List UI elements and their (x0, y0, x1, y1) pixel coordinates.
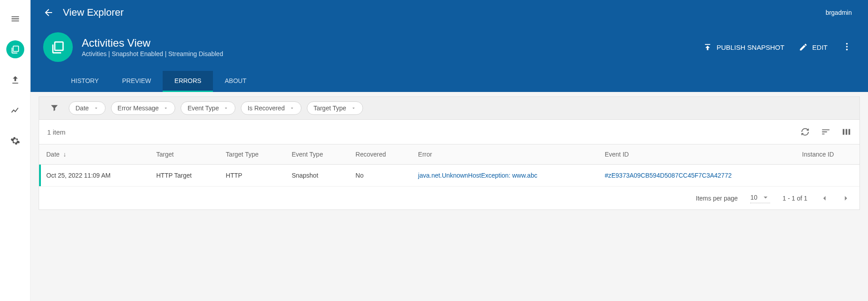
cell-target: HTTP Target (149, 165, 219, 187)
chevron-down-icon (223, 105, 229, 111)
table-row[interactable]: Oct 25, 2022 11:09 AM HTTP Target HTTP S… (39, 165, 859, 187)
pencil-icon (799, 43, 808, 52)
view-meta: Activities | Snapshot Enabled | Streamin… (82, 50, 703, 57)
section-title: View Explorer (63, 7, 826, 18)
tab-history[interactable]: HISTORY (59, 71, 111, 92)
views-icon[interactable] (6, 40, 24, 58)
col-date[interactable]: Date ↓ (39, 144, 149, 165)
more-menu-icon[interactable] (842, 42, 852, 53)
chip-label: Event Type (187, 105, 219, 112)
tab-about[interactable]: ABOUT (213, 71, 258, 92)
col-error[interactable]: Error (411, 144, 598, 165)
publish-snapshot-button[interactable]: PUBLISH SNAPSHOT (703, 43, 784, 52)
filter-icon[interactable] (50, 103, 59, 113)
col-instance-id[interactable]: Instance ID (795, 144, 859, 165)
filter-bar: Date Error Message Event Type Is Recover… (39, 96, 860, 119)
prev-page-icon[interactable] (820, 194, 829, 203)
cell-target-type: HTTP (219, 165, 285, 187)
view-name: Activities View (82, 37, 703, 49)
col-recovered[interactable]: Recovered (348, 144, 411, 165)
col-event-type[interactable]: Event Type (284, 144, 348, 165)
page-header: View Explorer brgadmin Activities View A… (31, 0, 868, 92)
tab-errors[interactable]: ERRORS (163, 71, 213, 92)
cell-instance-id (795, 165, 859, 187)
content-area: Date Error Message Event Type Is Recover… (31, 92, 868, 301)
row-status-indicator (39, 165, 41, 186)
chevron-down-icon (761, 193, 770, 202)
cell-event-type: Snapshot (284, 165, 348, 187)
items-per-page-label: Items per page (696, 195, 738, 202)
next-page-icon[interactable] (841, 194, 850, 203)
svg-rect-7 (849, 129, 850, 135)
publish-icon (703, 43, 712, 52)
svg-point-3 (846, 46, 848, 48)
filter-chip-target-type[interactable]: Target Type (307, 101, 363, 115)
col-target[interactable]: Target (149, 144, 219, 165)
col-label: Date (46, 151, 60, 158)
filter-chip-error-message[interactable]: Error Message (111, 101, 176, 115)
page-size-value: 10 (750, 194, 757, 201)
edit-label: EDIT (812, 44, 828, 51)
hamburger-icon[interactable] (6, 10, 24, 28)
chevron-down-icon (351, 105, 356, 111)
columns-icon[interactable] (841, 127, 851, 137)
svg-rect-5 (843, 129, 845, 135)
refresh-icon[interactable] (800, 127, 810, 137)
errors-panel: 1 item Date ↓ Target (39, 119, 860, 210)
cell-recovered: No (348, 165, 411, 187)
current-user[interactable]: brgadmin (826, 9, 855, 16)
upload-icon[interactable] (6, 71, 24, 89)
page-size-select[interactable]: 10 (750, 193, 770, 203)
chip-label: Date (75, 105, 89, 112)
chip-label: Error Message (118, 105, 159, 112)
chip-label: Is Recovered (248, 105, 284, 112)
tab-preview[interactable]: PREVIEW (111, 71, 163, 92)
filter-chip-event-type[interactable]: Event Type (181, 101, 235, 115)
gear-icon[interactable] (6, 132, 24, 150)
view-type-icon (43, 32, 73, 62)
svg-point-4 (846, 48, 848, 50)
item-count: 1 item (47, 128, 800, 136)
svg-rect-1 (55, 42, 63, 50)
cell-date: Oct 25, 2022 11:09 AM (46, 172, 111, 179)
sort-icon[interactable] (821, 127, 831, 137)
chevron-down-icon (289, 105, 295, 111)
errors-table: Date ↓ Target Target Type Event Type Rec… (39, 144, 859, 187)
filter-chip-is-recovered[interactable]: Is Recovered (241, 101, 301, 115)
svg-rect-0 (13, 46, 18, 52)
publish-label: PUBLISH SNAPSHOT (717, 44, 784, 51)
sort-desc-icon: ↓ (63, 151, 66, 158)
svg-point-2 (846, 43, 848, 44)
chevron-down-icon (93, 105, 99, 111)
back-arrow-icon[interactable] (43, 7, 54, 18)
edit-button[interactable]: EDIT (799, 43, 828, 52)
col-target-type[interactable]: Target Type (219, 144, 285, 165)
cell-error-link[interactable]: java.net.UnknownHostException: www.abc (418, 172, 537, 179)
chart-line-icon[interactable] (6, 101, 24, 119)
tab-bar: HISTORY PREVIEW ERRORS ABOUT (43, 71, 855, 92)
left-nav-rail (0, 0, 31, 301)
chevron-down-icon (163, 105, 168, 111)
svg-rect-6 (846, 129, 847, 135)
col-event-id[interactable]: Event ID (598, 144, 795, 165)
chip-label: Target Type (314, 105, 346, 112)
cell-event-id-link[interactable]: #zE9373A09CB594D5087CC45F7C3A42772 (605, 172, 732, 179)
pagination: Items per page 10 1 - 1 of 1 (39, 187, 859, 209)
page-range: 1 - 1 of 1 (783, 195, 807, 202)
filter-chip-date[interactable]: Date (69, 101, 106, 115)
